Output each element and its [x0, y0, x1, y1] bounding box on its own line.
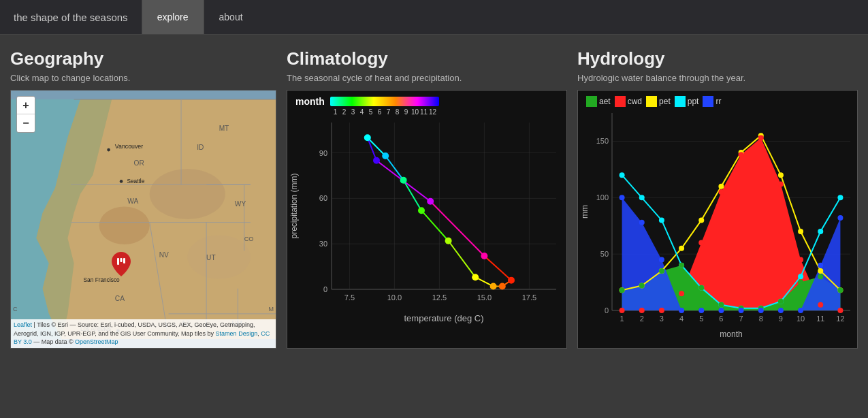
stamen-link[interactable]: Stamen Design [216, 330, 258, 337]
svg-rect-36 [120, 258, 123, 262]
map-container[interactable]: OR WA ID MT WY NV UT CO CA AZ NM Vancouv… [10, 90, 276, 349]
svg-text:ID: ID [197, 144, 204, 151]
svg-text:UT: UT [206, 254, 216, 261]
climatology-panel: Climatology The seasonal cycle of heat a… [287, 48, 567, 349]
rr-swatch [703, 96, 713, 107]
svg-text:MT: MT [219, 125, 229, 132]
nav-about[interactable]: about [204, 0, 258, 34]
location-marker[interactable] [112, 252, 131, 271]
svg-text:San Francisco: San Francisco [84, 276, 120, 283]
climatology-chart-box: month 1 2 3 4 5 6 7 8 9 10 11 12 [287, 90, 567, 349]
geography-panel: Geography Click map to change locations. [10, 48, 276, 349]
svg-rect-37 [123, 258, 125, 263]
legend-rr: rr [703, 96, 721, 107]
legend-cwd: cwd [615, 96, 642, 107]
rr-label: rr [716, 97, 721, 106]
climatology-canvas [287, 116, 566, 327]
svg-point-3 [187, 235, 251, 279]
zoom-out-button[interactable]: − [17, 114, 35, 132]
cwd-label: cwd [628, 97, 642, 106]
legend-ppt: ppt [675, 96, 699, 107]
month-label: month [295, 96, 325, 107]
hydrology-subtitle: Hydrologic water balance through the yea… [577, 73, 858, 83]
hydrology-canvas [578, 110, 857, 341]
geography-title: Geography [10, 48, 276, 69]
nav-bar: the shape of the seasons explore about [0, 0, 868, 35]
zoom-in-button[interactable]: + [17, 97, 35, 114]
hydrology-chart-box: aet cwd pet ppt rr [577, 90, 858, 349]
pet-label: pet [659, 97, 671, 106]
month-gradient [330, 97, 439, 106]
nav-explore[interactable]: explore [142, 0, 204, 34]
svg-text:NV: NV [159, 251, 169, 259]
svg-point-2 [150, 169, 225, 219]
leaflet-link[interactable]: Leaflet [14, 321, 32, 328]
svg-text:CA: CA [115, 295, 125, 302]
hydrology-legend: aet cwd pet ppt rr [578, 91, 857, 110]
ppt-label: ppt [688, 97, 699, 106]
svg-text:Seattle: Seattle [127, 178, 144, 184]
map-zoom-controls: + − [16, 96, 35, 133]
svg-text:CO: CO [244, 236, 254, 242]
map-r-label: M [269, 306, 274, 312]
ppt-swatch [675, 96, 686, 107]
svg-rect-35 [117, 258, 119, 265]
svg-point-28 [107, 148, 110, 152]
cwd-swatch [615, 96, 626, 107]
climatology-title: Climatology [287, 48, 567, 69]
hydrology-title: Hydrology [577, 48, 858, 69]
map-attribution: Leaflet | Tiles © Esri — Source: Esri, i… [11, 319, 276, 348]
svg-text:WY: WY [235, 200, 246, 208]
month-legend: month [287, 91, 566, 107]
legend-pet: pet [646, 96, 671, 107]
svg-text:OR: OR [134, 159, 144, 167]
climatology-subtitle: The seasonal cycle of heat and precipita… [287, 73, 567, 83]
main-content: Geography Click map to change locations. [0, 35, 868, 362]
aet-label: aet [599, 97, 611, 106]
map-c-label: C [13, 306, 18, 312]
svg-point-29 [120, 180, 123, 183]
svg-text:Vancouver: Vancouver [115, 143, 143, 150]
month-numbers: 1 2 3 4 5 6 7 8 9 10 11 12 [287, 107, 566, 116]
svg-point-4 [99, 206, 150, 244]
geography-subtitle: Click map to change locations. [10, 73, 276, 83]
site-title: the shape of the seasons [0, 0, 142, 34]
pet-swatch [646, 96, 657, 107]
svg-text:WA: WA [127, 197, 138, 205]
aet-swatch [586, 96, 597, 107]
osm-link[interactable]: OpenStreetMap [75, 338, 118, 345]
legend-aet: aet [586, 96, 611, 107]
hydrology-panel: Hydrology Hydrologic water balance throu… [577, 48, 858, 349]
